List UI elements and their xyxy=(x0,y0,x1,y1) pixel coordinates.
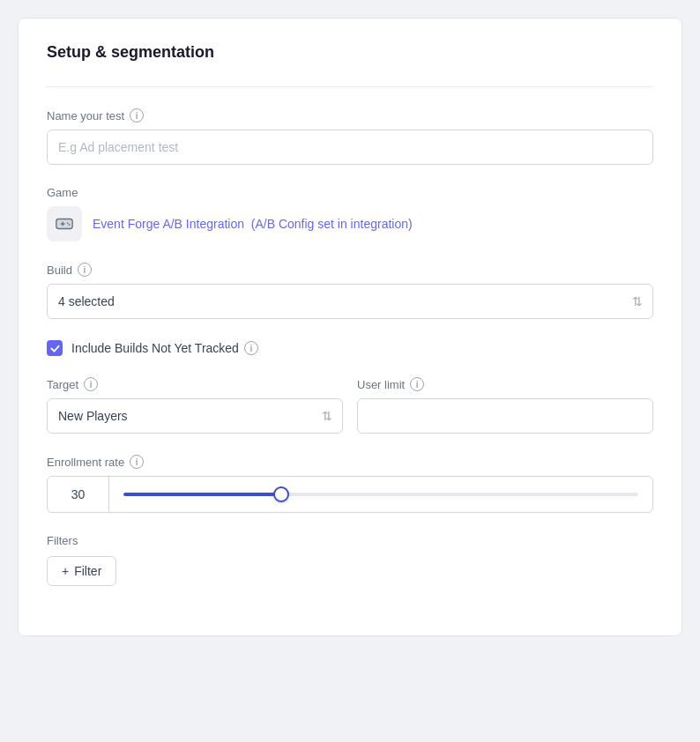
include-builds-checkbox[interactable] xyxy=(47,340,63,356)
game-section: Game Event Forge A/B Integration (A/B Co… xyxy=(47,186,653,241)
game-row: Event Forge A/B Integration (A/B Config … xyxy=(47,206,653,241)
include-builds-row: Include Builds Not Yet Tracked i xyxy=(47,340,653,356)
svg-point-5 xyxy=(69,224,71,226)
svg-point-4 xyxy=(67,222,69,224)
build-info-icon[interactable]: i xyxy=(78,263,92,277)
game-icon xyxy=(47,206,82,241)
add-filter-button[interactable]: + Filter xyxy=(47,556,116,586)
target-info-icon[interactable]: i xyxy=(84,377,98,391)
game-label: Game xyxy=(47,186,653,199)
test-name-info-icon[interactable]: i xyxy=(130,108,144,122)
build-select-wrapper: 4 selected xyxy=(47,284,653,319)
filter-button-label: Filter xyxy=(74,564,101,578)
filter-plus-icon: + xyxy=(62,564,69,578)
game-link[interactable]: in integration xyxy=(338,217,408,231)
enrollment-rate-section: Enrollment rate i 30 xyxy=(47,455,653,513)
user-limit-info-icon[interactable]: i xyxy=(410,377,424,391)
target-select[interactable]: New Players All Players Existing Players xyxy=(47,398,343,434)
enrollment-rate-label: Enrollment rate i xyxy=(47,455,653,469)
filters-label: Filters xyxy=(47,534,653,547)
build-label: Build i xyxy=(47,263,653,277)
filters-section: Filters + Filter xyxy=(47,534,653,586)
enrollment-rate-slider-row: 30 xyxy=(47,476,653,513)
enrollment-rate-value: 30 xyxy=(48,477,109,512)
page-title: Setup & segmentation xyxy=(47,43,653,62)
user-limit-label: User limit i xyxy=(357,377,653,391)
include-builds-info-icon[interactable]: i xyxy=(244,341,258,355)
target-section: Target i New Players All Players Existin… xyxy=(47,377,343,434)
build-section: Build i 4 selected xyxy=(47,263,653,319)
user-limit-section: User limit i 5000 xyxy=(357,377,653,434)
enrollment-rate-info-icon[interactable]: i xyxy=(130,455,144,469)
build-select[interactable]: 4 selected xyxy=(47,284,653,319)
enrollment-rate-range[interactable] xyxy=(123,493,638,496)
divider xyxy=(47,86,653,87)
target-userlimit-row: Target i New Players All Players Existin… xyxy=(47,377,653,434)
include-builds-label: Include Builds Not Yet Tracked i xyxy=(71,341,258,355)
test-name-input[interactable] xyxy=(47,130,653,165)
target-label: Target i xyxy=(47,377,343,391)
target-select-wrapper: New Players All Players Existing Players xyxy=(47,398,343,434)
user-limit-input[interactable]: 5000 xyxy=(357,398,653,434)
game-name: Event Forge A/B Integration (A/B Config … xyxy=(93,217,413,231)
test-name-section: Name your test i xyxy=(47,108,653,165)
setup-card: Setup & segmentation Name your test i Ga… xyxy=(18,18,682,636)
slider-container xyxy=(109,493,652,496)
test-name-label: Name your test i xyxy=(47,108,653,122)
